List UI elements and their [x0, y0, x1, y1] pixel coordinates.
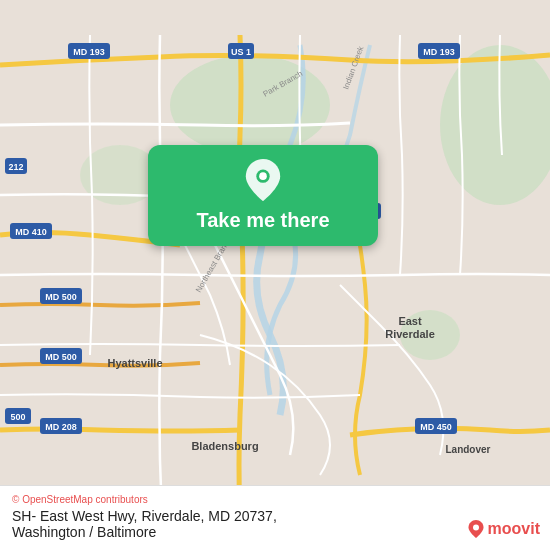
moovit-text: moovit: [488, 520, 540, 538]
location-pin-icon: [245, 159, 281, 201]
svg-text:MD 450: MD 450: [420, 422, 452, 432]
svg-point-36: [259, 172, 267, 180]
svg-text:Riverdale: Riverdale: [385, 328, 435, 340]
city-line: Washington / Baltimore: [12, 524, 156, 540]
bottom-panel: © OpenStreetMap contributors SH- East We…: [0, 485, 550, 550]
svg-text:MD 193: MD 193: [73, 47, 105, 57]
svg-text:MD 193: MD 193: [423, 47, 455, 57]
svg-text:MD 500: MD 500: [45, 292, 77, 302]
osm-link[interactable]: © OpenStreetMap contributors: [12, 494, 148, 505]
svg-text:US 1: US 1: [231, 47, 251, 57]
svg-text:MD 410: MD 410: [15, 227, 47, 237]
moovit-logo: moovit: [467, 520, 540, 538]
osm-credit: © OpenStreetMap contributors: [12, 494, 538, 505]
svg-text:Bladensburg: Bladensburg: [191, 440, 258, 452]
svg-point-1: [170, 55, 330, 155]
map-container: MD 193 MD 193 US 1 212 MD 410 MD 500 MD …: [0, 0, 550, 550]
svg-text:East: East: [398, 315, 422, 327]
svg-point-37: [473, 525, 479, 531]
svg-text:500: 500: [10, 412, 25, 422]
map-background: MD 193 MD 193 US 1 212 MD 410 MD 500 MD …: [0, 0, 550, 550]
svg-text:MD 500: MD 500: [45, 352, 77, 362]
take-me-there-popup[interactable]: Take me there: [148, 145, 378, 246]
svg-text:Hyattsville: Hyattsville: [107, 357, 162, 369]
take-me-there-label: Take me there: [196, 209, 329, 232]
location-address: SH- East West Hwy, Riverdale, MD 20737, …: [12, 508, 538, 540]
address-line: SH- East West Hwy, Riverdale, MD 20737,: [12, 508, 277, 524]
svg-text:Landover: Landover: [445, 444, 490, 455]
svg-text:MD 208: MD 208: [45, 422, 77, 432]
moovit-pin-icon: [467, 520, 485, 538]
svg-text:212: 212: [8, 162, 23, 172]
